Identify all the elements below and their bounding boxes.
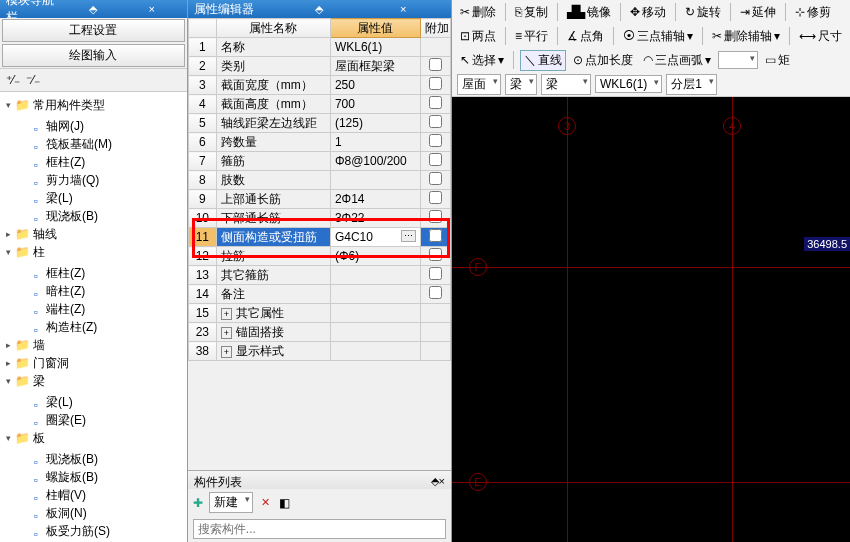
- tree-node[interactable]: ▫板洞(N): [18, 504, 185, 522]
- prop-value[interactable]: 2Φ14: [330, 190, 420, 209]
- delete-button[interactable]: ✂ 删除: [457, 3, 499, 22]
- move-button[interactable]: ✥ 移动: [627, 3, 669, 22]
- tree-folder-label[interactable]: 轴线: [33, 225, 57, 243]
- trim-button[interactable]: ⊹ 修剪: [792, 3, 834, 22]
- table-row[interactable]: 14备注: [188, 285, 450, 304]
- tree-item-label[interactable]: 板洞(N): [46, 504, 87, 522]
- tree-item-label[interactable]: 构造柱(Z): [46, 318, 97, 336]
- tree-node[interactable]: ▫筏板基础(M): [18, 135, 185, 153]
- tree-item-label[interactable]: 现浇板(B): [46, 450, 98, 468]
- tree-node[interactable]: ▸📁墙: [4, 336, 185, 354]
- tree-folder-label[interactable]: 墙: [33, 336, 45, 354]
- copy-button[interactable]: ⎘ 复制: [512, 3, 551, 22]
- tree-node[interactable]: ▫现浇板(B): [18, 450, 185, 468]
- tree-node[interactable]: ▫圈梁(E): [18, 411, 185, 429]
- col-value[interactable]: 属性值: [330, 19, 420, 38]
- tree-item-label[interactable]: 暗柱(Z): [46, 282, 85, 300]
- tree-node[interactable]: ▫框柱(Z): [18, 153, 185, 171]
- tree-node[interactable]: ▫端柱(Z): [18, 300, 185, 318]
- arrow-icon[interactable]: ▾: [4, 243, 12, 261]
- tree-node[interactable]: ▫梁(L): [18, 393, 185, 411]
- table-row[interactable]: 8肢数: [188, 171, 450, 190]
- tree-node[interactable]: ▫梁(L): [18, 189, 185, 207]
- nav-tree[interactable]: ▾📁常用构件类型▫轴网(J)▫筏板基础(M)▫框柱(Z)▫剪力墙(Q)▫梁(L)…: [0, 92, 187, 542]
- tree-folder-label[interactable]: 梁: [33, 372, 45, 390]
- nav-icon[interactable]: ◧: [279, 496, 290, 510]
- tree-node[interactable]: ▾📁板▫现浇板(B)▫螺旋板(B)▫柱帽(V)▫板洞(N)▫板受力筋(S)▫板负…: [4, 429, 185, 542]
- close-icon[interactable]: ×: [439, 475, 445, 487]
- tree-folder-label[interactable]: 板: [33, 429, 45, 447]
- prop-value[interactable]: 1: [330, 133, 420, 152]
- prop-value[interactable]: (125): [330, 114, 420, 133]
- close-icon[interactable]: ×: [123, 3, 181, 15]
- tree-node[interactable]: ▸📁轴线: [4, 225, 185, 243]
- tree-item-label[interactable]: 梁(L): [46, 393, 73, 411]
- prop-value[interactable]: G4C10⋯: [330, 228, 420, 247]
- delete-icon[interactable]: ✕: [259, 496, 273, 509]
- new-button[interactable]: 新建: [209, 492, 253, 513]
- tree-node[interactable]: ▫剪力墙(Q): [18, 171, 185, 189]
- tree-node[interactable]: ▫构造柱(Z): [18, 318, 185, 336]
- pin-icon[interactable]: ⬘: [64, 3, 122, 16]
- add-checkbox[interactable]: [429, 267, 442, 280]
- tree-node[interactable]: ▫框柱(Z): [18, 264, 185, 282]
- extend-button[interactable]: ⇥ 延伸: [737, 3, 779, 22]
- prop-value[interactable]: 屋面框架梁: [330, 57, 420, 76]
- layer-combo[interactable]: 屋面: [457, 74, 501, 95]
- arrow-icon[interactable]: ▸: [4, 336, 12, 354]
- add-checkbox[interactable]: [429, 248, 442, 261]
- dim-button[interactable]: ⟷ 尺寸: [796, 27, 845, 46]
- tree-folder-label[interactable]: 常用构件类型: [33, 96, 105, 114]
- prop-value[interactable]: (Φ6): [330, 247, 420, 266]
- tree-item-label[interactable]: 螺旋板(B): [46, 468, 98, 486]
- type-combo[interactable]: 梁: [541, 74, 591, 95]
- tree-node[interactable]: ▫螺旋板(B): [18, 468, 185, 486]
- tree-item-label[interactable]: 框柱(Z): [46, 264, 85, 282]
- tree-item-label[interactable]: 板受力筋(S): [46, 522, 110, 540]
- arrow-icon[interactable]: ▾: [4, 429, 12, 447]
- arrow-icon[interactable]: ▸: [4, 225, 12, 243]
- table-row[interactable]: 23+锚固搭接: [188, 323, 450, 342]
- add-checkbox[interactable]: [429, 134, 442, 147]
- arrow-icon[interactable]: ▾: [4, 372, 12, 390]
- tree-item-label[interactable]: 框柱(Z): [46, 153, 85, 171]
- prop-value[interactable]: Φ8@100/200: [330, 152, 420, 171]
- two-point-button[interactable]: ⊡ 两点: [457, 27, 499, 46]
- search-input[interactable]: [193, 519, 446, 539]
- del-aux-button[interactable]: ✂ 删除辅轴 ▾: [709, 27, 783, 46]
- prop-value[interactable]: [330, 266, 420, 285]
- tree-node[interactable]: ▸📁门窗洞: [4, 354, 185, 372]
- tree-node[interactable]: ▾📁梁▫梁(L)▫圈梁(E): [4, 372, 185, 429]
- add-checkbox[interactable]: [429, 77, 442, 90]
- pin-icon[interactable]: ⬘: [431, 475, 439, 487]
- tree-node[interactable]: ▾📁柱▫框柱(Z)▫暗柱(Z)▫端柱(Z)▫构造柱(Z): [4, 243, 185, 336]
- prop-value[interactable]: 700: [330, 95, 420, 114]
- table-row[interactable]: 11侧面构造或受扭筋G4C10⋯: [188, 228, 450, 247]
- prop-value[interactable]: 250: [330, 76, 420, 95]
- table-row[interactable]: 13其它箍筋: [188, 266, 450, 285]
- line-button[interactable]: ＼ 直线: [520, 50, 566, 71]
- category-combo[interactable]: 梁: [505, 74, 537, 95]
- add-checkbox[interactable]: [429, 96, 442, 109]
- tree-node[interactable]: ▫轴网(J): [18, 117, 185, 135]
- aux-three-button[interactable]: ⦿ 三点辅轴 ▾: [620, 27, 696, 46]
- add-checkbox[interactable]: [429, 286, 442, 299]
- add-checkbox[interactable]: [429, 153, 442, 166]
- tree-node[interactable]: ▫现浇板(B): [18, 207, 185, 225]
- table-row[interactable]: 9上部通长筋2Φ14: [188, 190, 450, 209]
- arrow-icon[interactable]: ▾: [4, 96, 12, 114]
- add-checkbox[interactable]: [429, 229, 442, 242]
- expand-icon[interactable]: +: [221, 308, 232, 320]
- table-row[interactable]: 10下部通长筋3Φ22: [188, 209, 450, 228]
- prop-value[interactable]: [330, 342, 420, 361]
- sublayer-combo[interactable]: 分层1: [666, 74, 717, 95]
- tree-folder-label[interactable]: 门窗洞: [33, 354, 69, 372]
- expand-icon[interactable]: ⁺⁄₋: [6, 73, 20, 87]
- tree-item-label[interactable]: 圈梁(E): [46, 411, 86, 429]
- table-row[interactable]: 7箍筋Φ8@100/200: [188, 152, 450, 171]
- tree-item-label[interactable]: 柱帽(V): [46, 486, 86, 504]
- table-row[interactable]: 2类别屋面框架梁: [188, 57, 450, 76]
- table-row[interactable]: 6跨数量1: [188, 133, 450, 152]
- table-row[interactable]: 4截面高度（mm）700: [188, 95, 450, 114]
- pin-icon[interactable]: ⬘: [278, 3, 362, 16]
